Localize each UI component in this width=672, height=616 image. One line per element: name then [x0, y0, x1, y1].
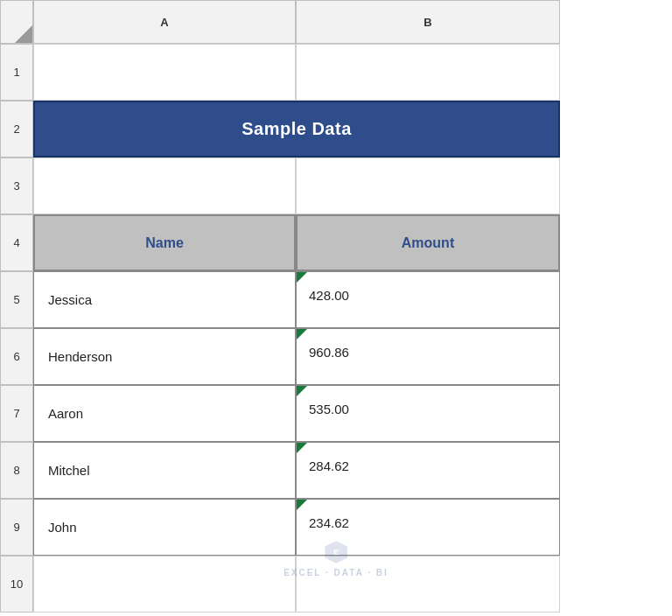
amount-henderson: 960.86: [304, 329, 349, 360]
cell-c10[interactable]: [296, 556, 560, 612]
col-header-b: B: [296, 0, 560, 44]
cell-b3[interactable]: [33, 158, 296, 214]
spreadsheet-grid: A B 1 2 Sample Data 3 4 Name Amount: [0, 0, 672, 612]
row-header-4: 4: [0, 214, 33, 271]
corner-cell: [0, 0, 33, 44]
row-header-8: 8: [0, 442, 33, 499]
data-amount-row8[interactable]: 284.62: [296, 442, 560, 499]
row-header-2: 2: [0, 101, 33, 158]
row-header-10: 10: [0, 556, 33, 612]
amount-mitchel: 284.62: [304, 443, 349, 473]
cell-b10[interactable]: [33, 556, 296, 612]
amount-john: 234.62: [304, 500, 349, 530]
table-header-name: Name: [33, 214, 296, 271]
amount-aaron: 535.00: [304, 386, 349, 416]
data-amount-row6[interactable]: 960.86: [296, 328, 560, 385]
data-name-row5[interactable]: Jessica: [33, 271, 296, 328]
data-name-row8[interactable]: Mitchel: [33, 442, 296, 499]
row-header-3: 3: [0, 158, 33, 214]
cell-c1[interactable]: [296, 44, 560, 101]
row-header-1: 1: [0, 44, 33, 101]
data-name-row9[interactable]: John: [33, 499, 296, 556]
amount-jessica: 428.00: [304, 272, 349, 303]
data-name-row7[interactable]: Aaron: [33, 385, 296, 442]
row-header-6: 6: [0, 328, 33, 385]
header-name-label: Name: [145, 235, 184, 251]
name-aaron: Aaron: [48, 406, 83, 421]
name-mitchel: Mitchel: [48, 463, 90, 478]
row-header-9: 9: [0, 499, 33, 556]
cell-c3[interactable]: [296, 158, 560, 214]
data-amount-row5[interactable]: 428.00: [296, 271, 560, 328]
spreadsheet: A B 1 2 Sample Data 3 4 Name Amount: [0, 0, 672, 616]
table-header-amount: Amount: [296, 214, 560, 271]
spreadsheet-title: Sample Data: [242, 119, 352, 139]
cell-b1[interactable]: [33, 44, 296, 101]
col-header-a: A: [33, 0, 296, 44]
title-cell[interactable]: Sample Data: [33, 101, 560, 158]
data-amount-row9[interactable]: 234.62: [296, 499, 560, 556]
name-henderson: Henderson: [48, 349, 112, 364]
row-header-5: 5: [0, 271, 33, 328]
row-header-7: 7: [0, 385, 33, 442]
name-john: John: [48, 520, 77, 535]
data-amount-row7[interactable]: 535.00: [296, 385, 560, 442]
data-name-row6[interactable]: Henderson: [33, 328, 296, 385]
header-amount-label: Amount: [402, 235, 454, 251]
name-jessica: Jessica: [48, 292, 92, 307]
